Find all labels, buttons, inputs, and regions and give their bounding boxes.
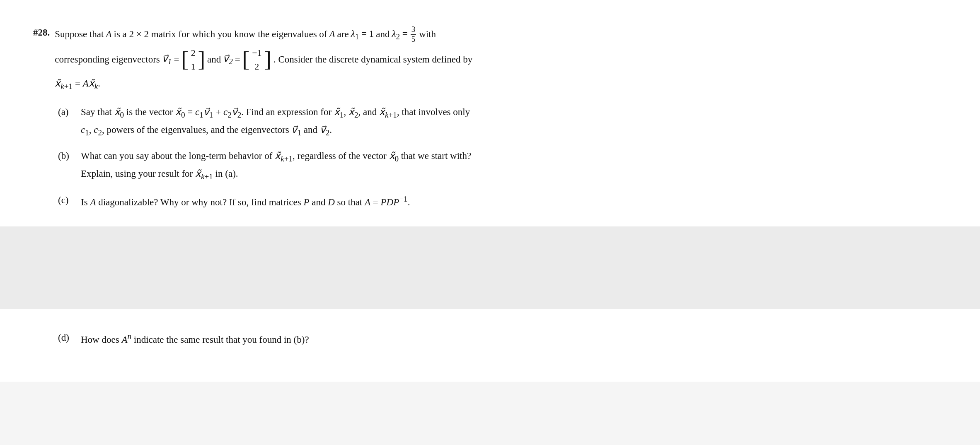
bracket-right-v1: ] [198, 49, 205, 70]
part-c: (c) Is A diagonalizable? Why or why not?… [58, 192, 947, 210]
v2-label: v⃗2 [223, 51, 233, 68]
and-text: and [376, 26, 390, 42]
corresponding-text: corresponding eigenvectors [55, 52, 160, 67]
part-d: (d) How does An indicate the same result… [58, 330, 947, 348]
v2-bot: 2 [254, 60, 260, 73]
lambda1: λ1 = 1 [351, 26, 374, 43]
with-text: with [419, 26, 436, 42]
consider-text: . Consider the discrete dynamical system… [273, 52, 472, 67]
part-d-section: (d) How does An indicate the same result… [33, 330, 947, 348]
matrix-A2: A [329, 26, 335, 42]
page: #28. Suppose that A is a 2 × 2 matrix fo… [0, 0, 980, 382]
lambda2-label: λ2 = [392, 26, 407, 43]
part-d-line1: How does An indicate the same result tha… [81, 330, 947, 348]
bracket-left-v1: [ [181, 49, 188, 70]
part-b: (b) What can you say about the long-term… [58, 148, 947, 183]
part-d-label: (d) [58, 330, 81, 346]
matrix-v1: [ 2 1 ] [181, 46, 205, 73]
part-c-content: Is A diagonalizable? Why or why not? If … [81, 192, 947, 210]
main-equation-line: x̃k+1 = Ax̃k. [55, 76, 947, 93]
part-b-label: (b) [58, 148, 81, 164]
part-b-line1: What can you say about the long-term beh… [81, 148, 947, 165]
part-a-line2: c1, c2, powers of the eigenvalues, and t… [81, 122, 947, 139]
main-equation: x̃k+1 = Ax̃k. [55, 78, 100, 89]
and2-text: and [207, 52, 221, 67]
problem-statement: Suppose that A is a 2 × 2 matrix for whi… [55, 25, 947, 93]
part-d-content: How does An indicate the same result tha… [81, 330, 947, 348]
equals-sign: = [174, 52, 179, 67]
equals2: = [235, 52, 240, 67]
matrix-v2-entries: −1 2 [251, 46, 262, 73]
part-c-line1: Is A diagonalizable? Why or why not? If … [81, 192, 947, 210]
bracket-right-v2: ] [264, 49, 271, 70]
fraction-35: 3 5 [411, 25, 416, 44]
fraction-denominator: 5 [411, 35, 416, 44]
matrix-v2: [ −1 2 ] [242, 46, 271, 73]
v2-top: −1 [251, 46, 262, 60]
bracket-left-v2: [ [242, 49, 249, 70]
matrix-A: A [106, 26, 111, 42]
v1-top: 2 [190, 46, 196, 60]
part-a: (a) Say that x̃0 is the vector x̃0 = c1v… [58, 104, 947, 139]
are-text: are [337, 26, 349, 42]
fraction-numerator: 3 [411, 25, 416, 35]
part-a-line1: Say that x̃0 is the vector x̃0 = c1v⃗1 +… [81, 104, 947, 121]
intro-text: Suppose that [55, 26, 104, 42]
part-b-content: What can you say about the long-term beh… [81, 148, 947, 183]
matrix-v1-entries: 2 1 [190, 46, 196, 73]
part-a-content: Say that x̃0 is the vector x̃0 = c1v⃗1 +… [81, 104, 947, 139]
is-a-text: is a 2 × 2 matrix for which you know the… [114, 26, 327, 42]
divider-section [0, 226, 980, 309]
v1-label: v⃗1 [162, 51, 172, 68]
v1-bot: 1 [190, 60, 196, 73]
problem-parts: (a) Say that x̃0 is the vector x̃0 = c1v… [58, 104, 947, 210]
part-a-label: (a) [58, 104, 81, 120]
part-b-line2: Explain, using your result for x̃k+1 in … [81, 166, 947, 183]
part-c-label: (c) [58, 192, 81, 208]
problem-number: #28. [33, 25, 50, 41]
